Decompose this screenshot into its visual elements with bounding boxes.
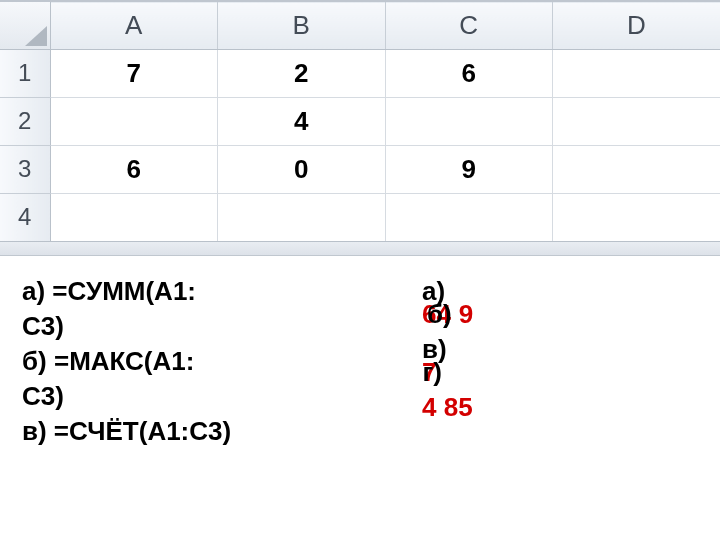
question-b-line1: б) =МАКС(А1: — [22, 344, 382, 379]
cell-d2[interactable] — [553, 97, 721, 145]
cell-d3[interactable] — [553, 145, 721, 193]
question-a-line1: а) =СУММ(А1: — [22, 274, 382, 309]
cell-a1[interactable]: 7 — [50, 49, 218, 97]
question-b-line2: С3) — [22, 379, 382, 414]
row-header-2[interactable]: 2 — [0, 97, 50, 145]
answer-a-b-overlap: 64б) 9 — [422, 297, 698, 332]
col-header-b[interactable]: B — [218, 1, 386, 49]
cell-c4[interactable] — [385, 193, 553, 241]
cell-c2[interactable] — [385, 97, 553, 145]
row-header-1[interactable]: 1 — [0, 49, 50, 97]
answers-column: а) 64б) 9 в) 7г) 4 85 — [422, 274, 698, 449]
col-header-a[interactable]: A — [50, 1, 218, 49]
answer-b-value: 9 — [452, 299, 474, 329]
cell-d1[interactable] — [553, 49, 721, 97]
spreadsheet-grid[interactable]: A B C D 1 7 2 6 2 4 3 6 0 9 4 — [0, 0, 720, 242]
cell-b2[interactable]: 4 — [218, 97, 386, 145]
cell-d4[interactable] — [553, 193, 721, 241]
answer-b-label: б) — [427, 299, 452, 329]
questions-column: а) =СУММ(А1: С3) б) =МАКС(А1: С3) в) =СЧ… — [22, 274, 382, 449]
answer-g-value: 4 85 — [422, 390, 698, 425]
cell-b1[interactable]: 2 — [218, 49, 386, 97]
annotation-area: а) =СУММ(А1: С3) б) =МАКС(А1: С3) в) =СЧ… — [0, 256, 720, 449]
col-header-d[interactable]: D — [553, 1, 721, 49]
cell-b4[interactable] — [218, 193, 386, 241]
cell-a2[interactable] — [50, 97, 218, 145]
cell-a3[interactable]: 6 — [50, 145, 218, 193]
select-all-corner[interactable] — [0, 1, 50, 49]
row-header-3[interactable]: 3 — [0, 145, 50, 193]
cell-c1[interactable]: 6 — [385, 49, 553, 97]
answer-v-g-overlap: 7г) — [422, 355, 698, 390]
cell-b3[interactable]: 0 — [218, 145, 386, 193]
question-c-partial: в) =СЧЁТ(А1:С3) — [22, 414, 382, 449]
question-a-line2: С3) — [22, 309, 382, 344]
cell-c3[interactable]: 9 — [385, 145, 553, 193]
answer-g-label: г) — [422, 357, 442, 387]
sheet-bottom-strip — [0, 242, 720, 256]
cell-a4[interactable] — [50, 193, 218, 241]
row-header-4[interactable]: 4 — [0, 193, 50, 241]
col-header-c[interactable]: C — [385, 1, 553, 49]
